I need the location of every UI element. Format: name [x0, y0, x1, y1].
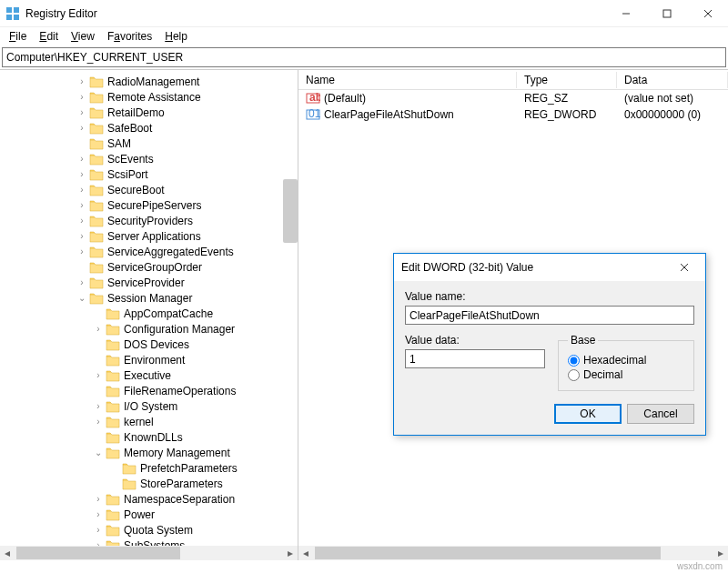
folder-icon	[106, 338, 120, 351]
scroll-left-icon[interactable]: ◂	[298, 546, 313, 560]
expand-icon[interactable]: ›	[76, 92, 87, 102]
dialog-close-button[interactable]	[671, 255, 698, 280]
tree-item[interactable]: ⌄Session Manager	[0, 290, 298, 306]
list-row[interactable]: ab(Default)REG_SZ(value not set)	[298, 90, 728, 106]
base-fieldset: Base Hexadecimal Decimal	[558, 334, 694, 391]
tree-label: Configuration Manager	[122, 322, 237, 337]
expand-icon[interactable]: ›	[76, 246, 87, 256]
expand-icon[interactable]: ›	[76, 216, 87, 226]
expand-icon[interactable]: ›	[93, 370, 104, 380]
folder-icon	[106, 323, 120, 336]
tree-item[interactable]: ServiceGroupOrder	[0, 259, 298, 275]
list-hscrollbar[interactable]: ◂ ▸	[298, 546, 728, 560]
expand-icon[interactable]: ›	[76, 200, 87, 210]
tree-label: Power	[122, 508, 157, 522]
tree-item[interactable]: StoreParameters	[0, 476, 298, 491]
registry-tree[interactable]: ›RadioManagement›Remote Assistance›Retai…	[0, 70, 298, 547]
expand-icon[interactable]: ›	[76, 231, 87, 241]
tree-hscrollbar[interactable]: ◂ ▸	[0, 546, 298, 560]
tree-item[interactable]: ›Remote Assistance	[0, 89, 298, 105]
tree-item[interactable]: ›Executive	[0, 367, 298, 383]
scroll-right-icon[interactable]: ▸	[283, 546, 298, 560]
expand-icon[interactable]: ›	[76, 76, 87, 86]
minimize-button[interactable]	[605, 0, 646, 27]
expand-icon[interactable]: ›	[93, 401, 104, 411]
tree-item[interactable]: ›RetailDemo	[0, 105, 298, 120]
tree-item[interactable]: SAM	[0, 136, 298, 151]
expand-icon[interactable]: ›	[93, 494, 104, 504]
expand-icon[interactable]: ›	[76, 169, 87, 179]
expand-icon[interactable]: ›	[93, 324, 104, 334]
expand-icon[interactable]: ›	[93, 525, 104, 535]
tree-item[interactable]: Environment	[0, 352, 298, 367]
cancel-button[interactable]: Cancel	[627, 404, 694, 424]
tree-item[interactable]: ›SecurePipeServers	[0, 197, 298, 213]
tree-item[interactable]: ⌄Memory Management	[0, 445, 298, 460]
scroll-left-icon[interactable]: ◂	[0, 546, 15, 560]
col-data[interactable]: Data	[617, 72, 728, 88]
expand-icon[interactable]: ›	[93, 509, 104, 519]
tree-item[interactable]: ›Quota System	[0, 522, 298, 538]
list-hscroll-thumb[interactable]	[315, 547, 661, 559]
list-header: Name Type Data	[298, 70, 728, 90]
tree-label: RetailDemo	[106, 106, 167, 120]
menu-bar: File Edit View Favorites Help	[0, 27, 728, 45]
tree-item[interactable]: ›ScsiPort	[0, 166, 298, 182]
collapse-icon[interactable]: ⌄	[93, 447, 104, 457]
tree-item[interactable]: ›kernel	[0, 414, 298, 429]
tree-item[interactable]: AppCompatCache	[0, 306, 298, 321]
list-row[interactable]: 011ClearPageFileAtShutDownREG_DWORD0x000…	[298, 106, 728, 123]
scroll-right-icon[interactable]: ▸	[713, 546, 728, 560]
radio-decimal[interactable]	[568, 369, 580, 381]
expand-icon[interactable]: ›	[76, 107, 87, 117]
folder-icon	[89, 215, 104, 227]
menu-view[interactable]: View	[66, 28, 100, 45]
col-name[interactable]: Name	[298, 72, 517, 88]
close-button[interactable]	[687, 0, 728, 27]
tree-item[interactable]: ›SafeBoot	[0, 120, 298, 136]
tree-item[interactable]: ›I/O System	[0, 398, 298, 414]
address-bar[interactable]: Computer\HKEY_CURRENT_USER	[2, 47, 726, 67]
tree-item[interactable]: ›NamespaceSeparation	[0, 491, 298, 507]
value-data-input[interactable]	[405, 349, 545, 368]
tree-item[interactable]: KnownDLLs	[0, 429, 298, 445]
radio-hexadecimal[interactable]	[568, 355, 580, 367]
tree-item[interactable]: ›ScEvents	[0, 151, 298, 166]
menu-file[interactable]: File	[4, 28, 32, 45]
folder-icon	[89, 168, 104, 181]
tree-scrollbar-thumb[interactable]	[283, 179, 298, 243]
svg-rect-0	[6, 7, 12, 13]
folder-icon	[106, 416, 120, 428]
expand-icon[interactable]: ›	[76, 154, 87, 164]
folder-icon	[106, 493, 120, 506]
expand-icon[interactable]: ›	[76, 185, 87, 195]
tree-item[interactable]: ›Configuration Manager	[0, 321, 298, 337]
tree-item[interactable]: ›ServiceProvider	[0, 275, 298, 290]
tree-item[interactable]: ›SecureBoot	[0, 182, 298, 197]
tree-item[interactable]: ›Server Applications	[0, 228, 298, 244]
tree-label: Session Manager	[106, 291, 194, 306]
expand-icon[interactable]: ›	[93, 417, 104, 427]
folder-icon	[89, 184, 104, 196]
value-name-input[interactable]	[405, 306, 694, 325]
tree-item[interactable]: ›ServiceAggregatedEvents	[0, 244, 298, 259]
collapse-icon[interactable]: ⌄	[76, 293, 87, 303]
tree-item[interactable]: ›RadioManagement	[0, 74, 298, 89]
tree-item[interactable]: ›SecurityProviders	[0, 213, 298, 228]
tree-item[interactable]: FileRenameOperations	[0, 383, 298, 398]
expand-icon[interactable]: ›	[76, 123, 87, 133]
expand-icon[interactable]: ›	[76, 277, 87, 287]
menu-favorites[interactable]: Favorites	[102, 28, 157, 45]
tree-item[interactable]: PrefetchParameters	[0, 460, 298, 476]
col-type[interactable]: Type	[517, 72, 617, 88]
tree-item[interactable]: ›Power	[0, 507, 298, 522]
maximize-button[interactable]	[646, 0, 687, 27]
svg-text:011: 011	[308, 107, 320, 120]
tree-item[interactable]: DOS Devices	[0, 337, 298, 352]
menu-help[interactable]: Help	[159, 28, 193, 45]
value-data-label: Value data:	[405, 334, 545, 347]
ok-button[interactable]: OK	[554, 404, 622, 424]
tree-hscroll-thumb[interactable]	[16, 547, 180, 559]
svg-rect-3	[14, 15, 19, 20]
menu-edit[interactable]: Edit	[34, 28, 64, 45]
